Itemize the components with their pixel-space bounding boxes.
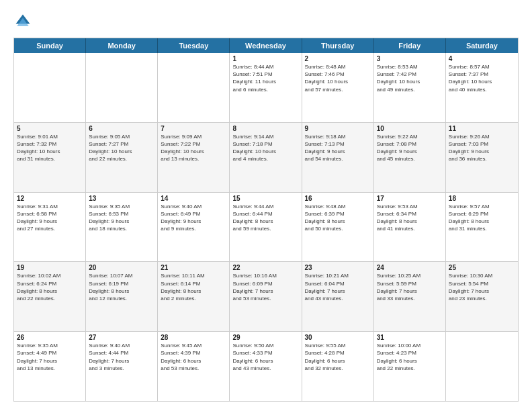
- day-number: 29: [232, 334, 298, 341]
- logo: [13, 12, 35, 31]
- calendar-cell: 5Sunrise: 9:01 AM Sunset: 7:32 PM Daylig…: [14, 123, 86, 192]
- cell-info: Sunrise: 9:09 AM Sunset: 7:22 PM Dayligh…: [161, 133, 226, 163]
- day-number: 14: [161, 195, 226, 202]
- calendar-cell: [14, 53, 86, 122]
- cell-info: Sunrise: 8:44 AM Sunset: 7:51 PM Dayligh…: [232, 63, 298, 93]
- cell-info: Sunrise: 9:14 AM Sunset: 7:18 PM Dayligh…: [232, 133, 298, 163]
- calendar-cell: 19Sunrise: 10:02 AM Sunset: 6:24 PM Dayl…: [14, 262, 86, 331]
- day-number: 21: [161, 264, 226, 271]
- header: [13, 12, 519, 31]
- cell-info: Sunrise: 9:55 AM Sunset: 4:28 PM Dayligh…: [305, 342, 371, 372]
- cell-info: Sunrise: 10:21 AM Sunset: 6:04 PM Daylig…: [305, 272, 371, 302]
- day-number: 12: [17, 195, 83, 202]
- calendar-row: 5Sunrise: 9:01 AM Sunset: 7:32 PM Daylig…: [14, 122, 518, 192]
- cell-info: Sunrise: 9:40 AM Sunset: 4:44 PM Dayligh…: [89, 342, 154, 372]
- calendar-cell: 28Sunrise: 9:45 AM Sunset: 4:39 PM Dayli…: [158, 332, 230, 401]
- day-number: 5: [17, 125, 83, 132]
- day-number: 31: [377, 334, 443, 341]
- day-number: 16: [305, 195, 371, 202]
- calendar-cell: 23Sunrise: 10:21 AM Sunset: 6:04 PM Dayl…: [302, 262, 374, 331]
- calendar-row: 12Sunrise: 9:31 AM Sunset: 6:58 PM Dayli…: [14, 192, 518, 262]
- day-number: 19: [17, 264, 83, 271]
- day-number: 15: [232, 195, 298, 202]
- day-number: 27: [89, 334, 154, 341]
- calendar-cell: 6Sunrise: 9:05 AM Sunset: 7:27 PM Daylig…: [86, 123, 158, 192]
- cell-info: Sunrise: 9:45 AM Sunset: 4:39 PM Dayligh…: [161, 342, 226, 372]
- calendar-cell: [446, 332, 518, 401]
- day-number: 26: [17, 334, 83, 341]
- cell-info: Sunrise: 9:01 AM Sunset: 7:32 PM Dayligh…: [17, 133, 83, 163]
- cell-info: Sunrise: 9:26 AM Sunset: 7:03 PM Dayligh…: [449, 133, 515, 163]
- calendar-cell: 17Sunrise: 9:53 AM Sunset: 6:34 PM Dayli…: [374, 193, 446, 262]
- day-number: 30: [305, 334, 371, 341]
- calendar-cell: 9Sunrise: 9:18 AM Sunset: 7:13 PM Daylig…: [302, 123, 374, 192]
- day-number: 7: [161, 125, 226, 132]
- cell-info: Sunrise: 9:18 AM Sunset: 7:13 PM Dayligh…: [305, 133, 371, 163]
- day-number: 17: [377, 195, 443, 202]
- weekday-header: Monday: [86, 38, 158, 53]
- day-number: 4: [449, 55, 515, 62]
- weekday-header: Wednesday: [230, 38, 302, 53]
- cell-info: Sunrise: 10:02 AM Sunset: 6:24 PM Daylig…: [17, 272, 83, 302]
- calendar-cell: 3Sunrise: 8:53 AM Sunset: 7:42 PM Daylig…: [374, 53, 446, 122]
- cell-info: Sunrise: 8:48 AM Sunset: 7:46 PM Dayligh…: [305, 63, 371, 93]
- day-number: 28: [161, 334, 226, 341]
- calendar-row: 26Sunrise: 9:35 AM Sunset: 4:49 PM Dayli…: [14, 331, 518, 401]
- calendar-cell: 22Sunrise: 10:16 AM Sunset: 6:09 PM Dayl…: [230, 262, 302, 331]
- cell-info: Sunrise: 9:05 AM Sunset: 7:27 PM Dayligh…: [89, 133, 154, 163]
- calendar-cell: 15Sunrise: 9:44 AM Sunset: 6:44 PM Dayli…: [230, 193, 302, 262]
- calendar-cell: 21Sunrise: 10:11 AM Sunset: 6:14 PM Dayl…: [158, 262, 230, 331]
- calendar-row: 19Sunrise: 10:02 AM Sunset: 6:24 PM Dayl…: [14, 261, 518, 331]
- calendar-row: 1Sunrise: 8:44 AM Sunset: 7:51 PM Daylig…: [14, 53, 518, 122]
- calendar-cell: 30Sunrise: 9:55 AM Sunset: 4:28 PM Dayli…: [302, 332, 374, 401]
- calendar-cell: 24Sunrise: 10:25 AM Sunset: 5:59 PM Dayl…: [374, 262, 446, 331]
- logo-icon: [13, 12, 32, 31]
- calendar-cell: [86, 53, 158, 122]
- calendar-cell: 20Sunrise: 10:07 AM Sunset: 6:19 PM Dayl…: [86, 262, 158, 331]
- calendar-cell: 12Sunrise: 9:31 AM Sunset: 6:58 PM Dayli…: [14, 193, 86, 262]
- cell-info: Sunrise: 9:22 AM Sunset: 7:08 PM Dayligh…: [377, 133, 443, 163]
- calendar-cell: 25Sunrise: 10:30 AM Sunset: 5:54 PM Dayl…: [446, 262, 518, 331]
- calendar-cell: 8Sunrise: 9:14 AM Sunset: 7:18 PM Daylig…: [230, 123, 302, 192]
- day-number: 23: [305, 264, 371, 271]
- calendar-cell: 13Sunrise: 9:35 AM Sunset: 6:53 PM Dayli…: [86, 193, 158, 262]
- calendar-cell: 2Sunrise: 8:48 AM Sunset: 7:46 PM Daylig…: [302, 53, 374, 122]
- calendar-cell: 14Sunrise: 9:40 AM Sunset: 6:49 PM Dayli…: [158, 193, 230, 262]
- cell-info: Sunrise: 10:25 AM Sunset: 5:59 PM Daylig…: [377, 272, 443, 302]
- cell-info: Sunrise: 9:35 AM Sunset: 6:53 PM Dayligh…: [89, 203, 154, 233]
- cell-info: Sunrise: 10:11 AM Sunset: 6:14 PM Daylig…: [161, 272, 226, 302]
- day-number: 18: [449, 195, 515, 202]
- calendar-header: SundayMondayTuesdayWednesdayThursdayFrid…: [14, 38, 518, 53]
- day-number: 8: [232, 125, 298, 132]
- calendar-cell: 16Sunrise: 9:48 AM Sunset: 6:39 PM Dayli…: [302, 193, 374, 262]
- cell-info: Sunrise: 10:30 AM Sunset: 5:54 PM Daylig…: [449, 272, 515, 302]
- day-number: 13: [89, 195, 154, 202]
- cell-info: Sunrise: 10:00 AM Sunset: 4:23 PM Daylig…: [377, 342, 443, 372]
- day-number: 3: [377, 55, 443, 62]
- calendar: SundayMondayTuesdayWednesdayThursdayFrid…: [13, 38, 519, 402]
- day-number: 20: [89, 264, 154, 271]
- day-number: 6: [89, 125, 154, 132]
- cell-info: Sunrise: 10:07 AM Sunset: 6:19 PM Daylig…: [89, 272, 154, 302]
- weekday-header: Thursday: [302, 38, 374, 53]
- cell-info: Sunrise: 8:53 AM Sunset: 7:42 PM Dayligh…: [377, 63, 443, 93]
- weekday-header: Sunday: [14, 38, 86, 53]
- calendar-cell: 4Sunrise: 8:57 AM Sunset: 7:37 PM Daylig…: [446, 53, 518, 122]
- day-number: 22: [232, 264, 298, 271]
- cell-info: Sunrise: 9:50 AM Sunset: 4:33 PM Dayligh…: [232, 342, 298, 372]
- calendar-cell: 29Sunrise: 9:50 AM Sunset: 4:33 PM Dayli…: [230, 332, 302, 401]
- weekday-header: Tuesday: [158, 38, 230, 53]
- calendar-cell: 1Sunrise: 8:44 AM Sunset: 7:51 PM Daylig…: [230, 53, 302, 122]
- cell-info: Sunrise: 9:57 AM Sunset: 6:29 PM Dayligh…: [449, 203, 515, 233]
- weekday-header: Saturday: [446, 38, 518, 53]
- calendar-cell: 26Sunrise: 9:35 AM Sunset: 4:49 PM Dayli…: [14, 332, 86, 401]
- calendar-cell: 10Sunrise: 9:22 AM Sunset: 7:08 PM Dayli…: [374, 123, 446, 192]
- calendar-cell: 7Sunrise: 9:09 AM Sunset: 7:22 PM Daylig…: [158, 123, 230, 192]
- cell-info: Sunrise: 9:48 AM Sunset: 6:39 PM Dayligh…: [305, 203, 371, 233]
- day-number: 1: [232, 55, 298, 62]
- cell-info: Sunrise: 9:53 AM Sunset: 6:34 PM Dayligh…: [377, 203, 443, 233]
- calendar-cell: 11Sunrise: 9:26 AM Sunset: 7:03 PM Dayli…: [446, 123, 518, 192]
- cell-info: Sunrise: 9:44 AM Sunset: 6:44 PM Dayligh…: [232, 203, 298, 233]
- calendar-cell: [158, 53, 230, 122]
- cell-info: Sunrise: 9:31 AM Sunset: 6:58 PM Dayligh…: [17, 203, 83, 233]
